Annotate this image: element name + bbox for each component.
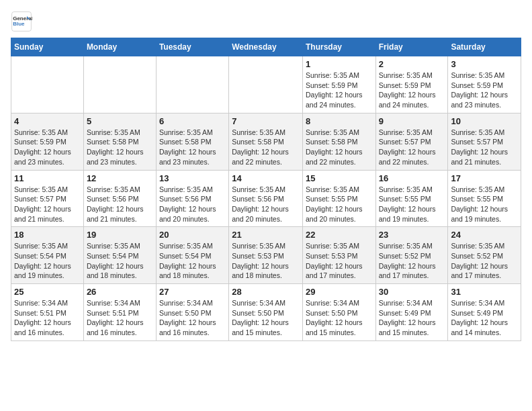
day-number: 9 <box>379 116 445 126</box>
calendar-week-row: 4Sunrise: 5:35 AM Sunset: 5:59 PM Daylig… <box>11 113 521 170</box>
day-of-week-header: Wednesday <box>229 38 303 56</box>
day-info: Sunrise: 5:35 AM Sunset: 5:59 PM Dayligh… <box>379 71 445 110</box>
calendar-cell: 11Sunrise: 5:35 AM Sunset: 5:57 PM Dayli… <box>11 170 84 227</box>
calendar-cell: 6Sunrise: 5:35 AM Sunset: 5:58 PM Daylig… <box>156 113 228 170</box>
day-info: Sunrise: 5:35 AM Sunset: 5:59 PM Dayligh… <box>451 71 518 110</box>
day-number: 26 <box>87 287 153 297</box>
day-number: 15 <box>306 173 373 183</box>
calendar-cell: 24Sunrise: 5:35 AM Sunset: 5:52 PM Dayli… <box>448 227 521 284</box>
calendar-cell: 28Sunrise: 5:34 AM Sunset: 5:50 PM Dayli… <box>229 284 303 341</box>
day-info: Sunrise: 5:35 AM Sunset: 5:59 PM Dayligh… <box>306 71 373 110</box>
calendar-table: SundayMondayTuesdayWednesdayThursdayFrid… <box>11 38 521 341</box>
day-info: Sunrise: 5:35 AM Sunset: 5:54 PM Dayligh… <box>14 241 81 281</box>
day-number: 12 <box>87 173 153 183</box>
calendar-body: 1Sunrise: 5:35 AM Sunset: 5:59 PM Daylig… <box>11 56 521 341</box>
calendar-cell: 9Sunrise: 5:35 AM Sunset: 5:57 PM Daylig… <box>375 113 448 170</box>
day-info: Sunrise: 5:34 AM Sunset: 5:49 PM Dayligh… <box>379 298 445 338</box>
day-number: 14 <box>232 173 300 183</box>
calendar-week-row: 1Sunrise: 5:35 AM Sunset: 5:59 PM Daylig… <box>11 56 521 113</box>
day-number: 11 <box>14 173 81 183</box>
day-info: Sunrise: 5:35 AM Sunset: 5:59 PM Dayligh… <box>14 128 81 167</box>
calendar-cell: 16Sunrise: 5:35 AM Sunset: 5:55 PM Dayli… <box>375 170 448 227</box>
day-number: 27 <box>159 287 226 297</box>
day-info: Sunrise: 5:35 AM Sunset: 5:58 PM Dayligh… <box>159 128 226 167</box>
day-number: 17 <box>451 173 518 183</box>
day-number: 6 <box>159 116 226 126</box>
calendar-cell: 20Sunrise: 5:35 AM Sunset: 5:54 PM Dayli… <box>156 227 228 284</box>
svg-text:General: General <box>13 15 32 21</box>
calendar-cell <box>83 56 156 113</box>
calendar-week-row: 18Sunrise: 5:35 AM Sunset: 5:54 PM Dayli… <box>11 227 521 284</box>
day-info: Sunrise: 5:35 AM Sunset: 5:54 PM Dayligh… <box>87 241 153 281</box>
day-number: 21 <box>232 230 300 240</box>
calendar-cell: 2Sunrise: 5:35 AM Sunset: 5:59 PM Daylig… <box>375 56 448 113</box>
day-info: Sunrise: 5:34 AM Sunset: 5:50 PM Dayligh… <box>306 298 373 338</box>
day-info: Sunrise: 5:35 AM Sunset: 5:57 PM Dayligh… <box>14 185 81 224</box>
day-info: Sunrise: 5:34 AM Sunset: 5:51 PM Dayligh… <box>14 298 81 338</box>
day-number: 31 <box>451 287 518 297</box>
day-number: 7 <box>232 116 300 126</box>
calendar-cell: 25Sunrise: 5:34 AM Sunset: 5:51 PM Dayli… <box>11 284 84 341</box>
logo: General Blue <box>11 11 32 32</box>
calendar-header: SundayMondayTuesdayWednesdayThursdayFrid… <box>11 38 521 56</box>
calendar-cell: 26Sunrise: 5:34 AM Sunset: 5:51 PM Dayli… <box>83 284 156 341</box>
day-of-week-header: Tuesday <box>156 38 228 56</box>
calendar-cell: 3Sunrise: 5:35 AM Sunset: 5:59 PM Daylig… <box>448 56 521 113</box>
day-number: 19 <box>87 230 153 240</box>
calendar-cell: 27Sunrise: 5:34 AM Sunset: 5:50 PM Dayli… <box>156 284 228 341</box>
day-info: Sunrise: 5:35 AM Sunset: 5:58 PM Dayligh… <box>87 128 153 167</box>
calendar-cell: 22Sunrise: 5:35 AM Sunset: 5:53 PM Dayli… <box>302 227 375 284</box>
day-number: 30 <box>379 287 445 297</box>
calendar-cell: 5Sunrise: 5:35 AM Sunset: 5:58 PM Daylig… <box>83 113 156 170</box>
svg-text:Blue: Blue <box>13 21 25 27</box>
calendar-cell: 18Sunrise: 5:35 AM Sunset: 5:54 PM Dayli… <box>11 227 84 284</box>
calendar-cell: 17Sunrise: 5:35 AM Sunset: 5:55 PM Dayli… <box>448 170 521 227</box>
calendar-cell: 23Sunrise: 5:35 AM Sunset: 5:52 PM Dayli… <box>375 227 448 284</box>
header-row: SundayMondayTuesdayWednesdayThursdayFrid… <box>11 38 521 56</box>
day-info: Sunrise: 5:35 AM Sunset: 5:55 PM Dayligh… <box>379 185 445 224</box>
day-number: 13 <box>159 173 226 183</box>
day-number: 22 <box>306 230 373 240</box>
day-info: Sunrise: 5:35 AM Sunset: 5:56 PM Dayligh… <box>159 185 226 224</box>
day-number: 2 <box>379 59 445 69</box>
day-info: Sunrise: 5:34 AM Sunset: 5:49 PM Dayligh… <box>451 298 518 338</box>
calendar-cell: 19Sunrise: 5:35 AM Sunset: 5:54 PM Dayli… <box>83 227 156 284</box>
day-of-week-header: Thursday <box>302 38 375 56</box>
day-number: 5 <box>87 116 153 126</box>
day-info: Sunrise: 5:35 AM Sunset: 5:57 PM Dayligh… <box>451 128 518 167</box>
day-number: 29 <box>306 287 373 297</box>
day-of-week-header: Sunday <box>11 38 84 56</box>
day-number: 23 <box>379 230 445 240</box>
calendar-cell: 1Sunrise: 5:35 AM Sunset: 5:59 PM Daylig… <box>302 56 375 113</box>
day-number: 18 <box>14 230 81 240</box>
logo-icon: General Blue <box>11 11 32 32</box>
day-of-week-header: Monday <box>83 38 156 56</box>
day-number: 10 <box>451 116 518 126</box>
day-info: Sunrise: 5:35 AM Sunset: 5:56 PM Dayligh… <box>87 185 153 224</box>
day-number: 25 <box>14 287 81 297</box>
day-info: Sunrise: 5:35 AM Sunset: 5:58 PM Dayligh… <box>306 128 373 167</box>
calendar-cell: 7Sunrise: 5:35 AM Sunset: 5:58 PM Daylig… <box>229 113 303 170</box>
day-number: 4 <box>14 116 81 126</box>
day-number: 28 <box>232 287 300 297</box>
day-number: 1 <box>306 59 373 69</box>
day-info: Sunrise: 5:35 AM Sunset: 5:52 PM Dayligh… <box>379 241 445 281</box>
day-of-week-header: Friday <box>375 38 448 56</box>
day-info: Sunrise: 5:35 AM Sunset: 5:56 PM Dayligh… <box>232 185 300 224</box>
calendar-cell: 13Sunrise: 5:35 AM Sunset: 5:56 PM Dayli… <box>156 170 228 227</box>
calendar-cell: 12Sunrise: 5:35 AM Sunset: 5:56 PM Dayli… <box>83 170 156 227</box>
calendar-week-row: 11Sunrise: 5:35 AM Sunset: 5:57 PM Dayli… <box>11 170 521 227</box>
calendar-cell: 29Sunrise: 5:34 AM Sunset: 5:50 PM Dayli… <box>302 284 375 341</box>
day-info: Sunrise: 5:35 AM Sunset: 5:58 PM Dayligh… <box>232 128 300 167</box>
calendar-cell <box>156 56 228 113</box>
calendar-cell: 10Sunrise: 5:35 AM Sunset: 5:57 PM Dayli… <box>448 113 521 170</box>
day-number: 24 <box>451 230 518 240</box>
day-info: Sunrise: 5:35 AM Sunset: 5:55 PM Dayligh… <box>451 185 518 224</box>
day-info: Sunrise: 5:35 AM Sunset: 5:57 PM Dayligh… <box>379 128 445 167</box>
day-number: 16 <box>379 173 445 183</box>
day-info: Sunrise: 5:35 AM Sunset: 5:54 PM Dayligh… <box>159 241 226 281</box>
day-of-week-header: Saturday <box>448 38 521 56</box>
calendar-cell: 15Sunrise: 5:35 AM Sunset: 5:55 PM Dayli… <box>302 170 375 227</box>
day-info: Sunrise: 5:35 AM Sunset: 5:55 PM Dayligh… <box>306 185 373 224</box>
calendar-cell: 30Sunrise: 5:34 AM Sunset: 5:49 PM Dayli… <box>375 284 448 341</box>
